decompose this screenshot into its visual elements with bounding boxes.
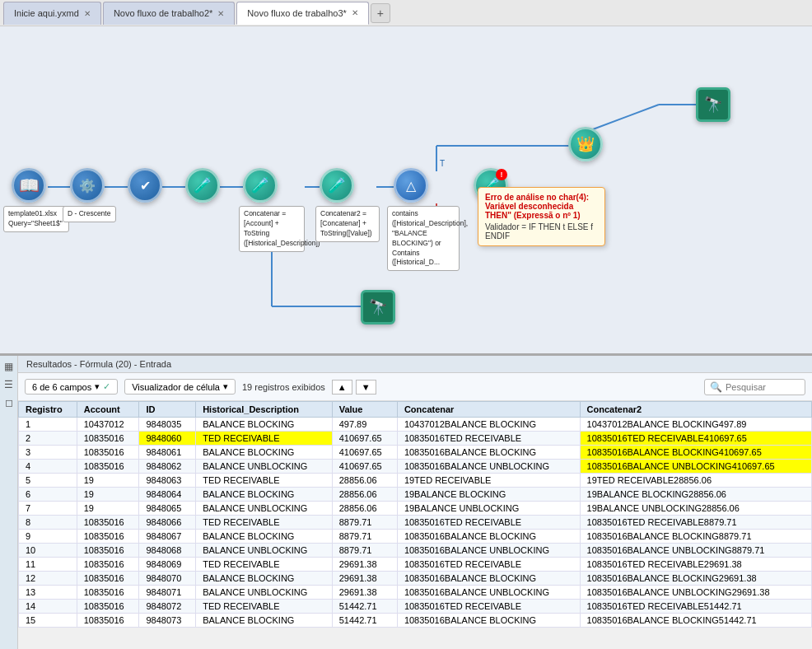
table-cell[interactable]: 9848071 <box>139 586 196 600</box>
table-cell[interactable]: 10835016TED RECEIVABLE <box>397 432 580 446</box>
node-crown[interactable]: 👑 <box>568 127 603 161</box>
table-cell[interactable]: 10835016 <box>77 460 139 474</box>
table-cell[interactable]: 410697.65 <box>332 432 397 446</box>
node-input[interactable]: 📖 <box>12 168 46 203</box>
table-cell[interactable]: 19BALANCE UNBLOCKING <box>397 502 580 516</box>
node-check[interactable]: ✔ <box>128 168 162 203</box>
sort-asc-button[interactable]: ▲ <box>332 380 352 395</box>
table-cell[interactable]: 19 <box>77 474 139 488</box>
search-input[interactable] <box>726 382 800 392</box>
table-cell[interactable]: TED RECEIVABLE <box>196 516 333 530</box>
table-cell[interactable]: 29691.38 <box>332 558 397 572</box>
table-cell[interactable]: 10835016BALANCE BLOCKING <box>397 446 580 460</box>
node-formula1[interactable]: 🧪 <box>185 168 220 203</box>
table-cell[interactable]: 8879.71 <box>332 516 397 530</box>
table-cell[interactable]: 9848035 <box>139 418 196 432</box>
table-cell[interactable]: 9848061 <box>139 446 196 460</box>
node-formula2[interactable]: 🧪 <box>243 168 278 203</box>
table-cell[interactable]: 15 <box>19 614 77 628</box>
fields-button[interactable]: 6 de 6 campos ▾ ✓ <box>25 379 118 395</box>
table-cell[interactable]: 51442.71 <box>332 600 397 614</box>
table-cell[interactable]: 9848066 <box>139 516 196 530</box>
table-cell[interactable]: 10835016TED RECEIVABLE51442.71 <box>580 600 811 614</box>
table-cell[interactable]: 10835016 <box>77 614 139 628</box>
close-icon[interactable]: ✕ <box>352 8 358 17</box>
table-cell[interactable]: 11 <box>19 558 77 572</box>
table-cell[interactable]: BALANCE BLOCKING <box>196 446 333 460</box>
table-cell[interactable]: 5 <box>19 474 77 488</box>
table-cell[interactable]: 10835016BALANCE BLOCKING8879.71 <box>580 530 811 544</box>
table-cell[interactable]: TED RECEIVABLE <box>196 432 333 446</box>
table-cell[interactable]: 10835016BALANCE UNBLOCKING29691.38 <box>580 586 811 600</box>
tab-workflow2[interactable]: Novo fluxo de trabalho2* ✕ <box>103 2 235 25</box>
table-cell[interactable]: 10835016 <box>77 586 139 600</box>
table-cell[interactable]: 10835016BALANCE BLOCKING29691.38 <box>580 572 811 586</box>
table-cell[interactable]: 10835016BALANCE UNBLOCKING <box>397 544 580 558</box>
table-cell[interactable]: 10835016TED RECEIVABLE29691.38 <box>580 558 811 572</box>
table-cell[interactable]: 10835016BALANCE UNBLOCKING410697.65 <box>580 460 811 474</box>
table-cell[interactable]: TED RECEIVABLE <box>196 600 333 614</box>
close-icon[interactable]: ✕ <box>217 9 224 18</box>
table-cell[interactable]: 10835016BALANCE BLOCKING410697.65 <box>580 446 811 460</box>
table-cell[interactable]: 10835016 <box>77 544 139 558</box>
table-cell[interactable]: 9848072 <box>139 600 196 614</box>
list-icon[interactable]: ☰ <box>2 377 15 392</box>
sort-desc-button[interactable]: ▼ <box>356 380 376 395</box>
table-cell[interactable]: 19 <box>77 502 139 516</box>
table-cell[interactable]: 3 <box>19 446 77 460</box>
table-cell[interactable]: BALANCE BLOCKING <box>196 418 333 432</box>
table-cell[interactable]: BALANCE BLOCKING <box>196 488 333 502</box>
table-cell[interactable]: BALANCE BLOCKING <box>196 614 333 628</box>
table-cell[interactable]: 6 <box>19 488 77 502</box>
table-cell[interactable]: 9848063 <box>139 474 196 488</box>
table-cell[interactable]: 410697.65 <box>332 460 397 474</box>
table-cell[interactable]: 10437012BALANCE BLOCKING <box>397 418 580 432</box>
table-cell[interactable]: 9848062 <box>139 460 196 474</box>
table-cell[interactable]: BALANCE UNBLOCKING <box>196 544 333 558</box>
table-cell[interactable]: 13 <box>19 586 77 600</box>
table-cell[interactable]: 1 <box>19 418 77 432</box>
table-cell[interactable]: 10835016BALANCE BLOCKING <box>397 572 580 586</box>
table-cell[interactable]: TED RECEIVABLE <box>196 558 333 572</box>
table-cell[interactable]: 19TED RECEIVABLE <box>397 474 580 488</box>
table-cell[interactable]: BALANCE BLOCKING <box>196 572 333 586</box>
table-cell[interactable]: BALANCE UNBLOCKING <box>196 586 333 600</box>
table-cell[interactable]: 8879.71 <box>332 530 397 544</box>
table-cell[interactable]: TED RECEIVABLE <box>196 474 333 488</box>
table-cell[interactable]: 9 <box>19 530 77 544</box>
grid-icon[interactable]: ▦ <box>2 359 15 374</box>
table-cell[interactable]: 9848067 <box>139 530 196 544</box>
table-cell[interactable]: 10835016 <box>77 446 139 460</box>
tab-workflow3[interactable]: Novo fluxo de trabalho3* ✕ <box>236 2 368 25</box>
table-cell[interactable]: 10835016BALANCE BLOCKING <box>397 530 580 544</box>
table-cell[interactable]: 10835016 <box>77 572 139 586</box>
table-cell[interactable]: 10 <box>19 544 77 558</box>
table-cell[interactable]: 29691.38 <box>332 572 397 586</box>
table-cell[interactable]: BALANCE UNBLOCKING <box>196 502 333 516</box>
table-cell[interactable]: 10835016BALANCE UNBLOCKING <box>397 460 580 474</box>
table-cell[interactable]: 9848065 <box>139 502 196 516</box>
table-cell[interactable]: 10835016BALANCE UNBLOCKING8879.71 <box>580 544 811 558</box>
tab-add-button[interactable]: + <box>371 3 390 23</box>
table-cell[interactable]: 14 <box>19 600 77 614</box>
table-cell[interactable]: 10835016TED RECEIVABLE410697.65 <box>580 432 811 446</box>
table-cell[interactable]: 10835016BALANCE BLOCKING <box>397 614 580 628</box>
close-icon[interactable]: ✕ <box>84 9 91 18</box>
table-cell[interactable]: 19BALANCE UNBLOCKING28856.06 <box>580 502 811 516</box>
table-cell[interactable]: 2 <box>19 432 77 446</box>
node-formula3[interactable]: 🧪 <box>320 168 354 203</box>
table-cell[interactable]: 19BALANCE BLOCKING <box>397 488 580 502</box>
table-cell[interactable]: 29691.38 <box>332 586 397 600</box>
table-cell[interactable]: 28856.06 <box>332 474 397 488</box>
table-cell[interactable]: 28856.06 <box>332 502 397 516</box>
table-cell[interactable]: 8879.71 <box>332 544 397 558</box>
table-cell[interactable]: 9848070 <box>139 572 196 586</box>
table-cell[interactable]: 10835016TED RECEIVABLE <box>397 516 580 530</box>
table-cell[interactable]: 10835016 <box>77 600 139 614</box>
browse-node-top[interactable]: 🔭 <box>696 87 730 122</box>
table-cell[interactable]: 10835016 <box>77 558 139 572</box>
table-cell[interactable]: 9848064 <box>139 488 196 502</box>
table-cell[interactable]: 497.89 <box>332 418 397 432</box>
table-cell[interactable]: 19 <box>77 488 139 502</box>
table-cell[interactable]: 9848073 <box>139 614 196 628</box>
